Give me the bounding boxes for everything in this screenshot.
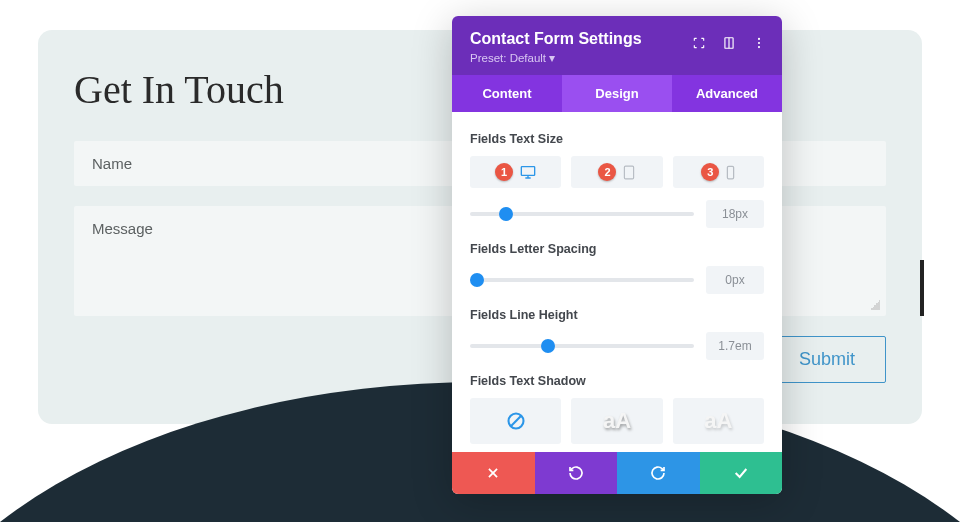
responsive-device-row: 1 2 3 bbox=[470, 156, 764, 188]
phone-icon bbox=[726, 165, 735, 180]
panel-body: Fields Text Size 1 2 3 18px Fields Lett bbox=[452, 112, 782, 452]
check-icon bbox=[733, 465, 749, 481]
tab-content[interactable]: Content bbox=[452, 75, 562, 112]
callout-badge-3: 3 bbox=[701, 163, 719, 181]
svg-rect-8 bbox=[625, 166, 634, 179]
shadow-preset-1[interactable]: aA bbox=[571, 398, 662, 444]
shadow-preset-2[interactable]: aA bbox=[673, 398, 764, 444]
submit-button[interactable]: Submit bbox=[768, 336, 886, 383]
undo-button[interactable] bbox=[535, 452, 618, 494]
svg-point-2 bbox=[758, 38, 760, 40]
letter-spacing-label: Fields Letter Spacing bbox=[470, 242, 764, 256]
callout-badge-1: 1 bbox=[495, 163, 513, 181]
slider-thumb[interactable] bbox=[541, 339, 555, 353]
shadow-none[interactable] bbox=[470, 398, 561, 444]
shadow-sample-text: aA bbox=[603, 408, 631, 434]
tablet-icon bbox=[623, 165, 635, 180]
slider-thumb[interactable] bbox=[499, 207, 513, 221]
line-height-slider[interactable] bbox=[470, 344, 694, 348]
letter-spacing-slider-row: 0px bbox=[470, 266, 764, 294]
more-icon[interactable] bbox=[746, 30, 772, 56]
device-desktop[interactable]: 1 bbox=[470, 156, 561, 188]
drag-icon[interactable] bbox=[716, 30, 742, 56]
slider-thumb[interactable] bbox=[470, 273, 484, 287]
desktop-icon bbox=[520, 165, 536, 179]
panel-tabs: Content Design Advanced bbox=[452, 75, 782, 112]
expand-icon[interactable] bbox=[686, 30, 712, 56]
text-size-label: Fields Text Size bbox=[470, 132, 764, 146]
panel-footer bbox=[452, 452, 782, 494]
scrollbar-indicator bbox=[920, 260, 924, 316]
redo-icon bbox=[650, 465, 666, 481]
letter-spacing-slider[interactable] bbox=[470, 278, 694, 282]
letter-spacing-value[interactable]: 0px bbox=[706, 266, 764, 294]
text-size-slider-row: 18px bbox=[470, 200, 764, 228]
line-height-value[interactable]: 1.7em bbox=[706, 332, 764, 360]
line-height-label: Fields Line Height bbox=[470, 308, 764, 322]
cancel-button[interactable] bbox=[452, 452, 535, 494]
svg-rect-5 bbox=[521, 167, 534, 176]
callout-badge-2: 2 bbox=[598, 163, 616, 181]
line-height-slider-row: 1.7em bbox=[470, 332, 764, 360]
panel-header: Contact Form Settings Preset: Default ▾ bbox=[452, 16, 782, 75]
tab-design[interactable]: Design bbox=[562, 75, 672, 112]
svg-rect-9 bbox=[728, 166, 734, 179]
text-size-slider[interactable] bbox=[470, 212, 694, 216]
close-icon bbox=[486, 466, 500, 480]
save-button[interactable] bbox=[700, 452, 783, 494]
svg-point-4 bbox=[758, 46, 760, 48]
device-phone[interactable]: 3 bbox=[673, 156, 764, 188]
text-shadow-options: aA aA bbox=[470, 398, 764, 444]
text-size-value[interactable]: 18px bbox=[706, 200, 764, 228]
redo-button[interactable] bbox=[617, 452, 700, 494]
svg-point-3 bbox=[758, 42, 760, 44]
none-icon bbox=[506, 411, 526, 431]
svg-line-11 bbox=[510, 416, 521, 427]
device-tablet[interactable]: 2 bbox=[571, 156, 662, 188]
message-placeholder: Message bbox=[92, 220, 153, 237]
undo-icon bbox=[568, 465, 584, 481]
text-shadow-label: Fields Text Shadow bbox=[470, 374, 764, 388]
name-placeholder: Name bbox=[92, 155, 132, 172]
shadow-sample-text: aA bbox=[704, 408, 732, 434]
settings-panel: Contact Form Settings Preset: Default ▾ … bbox=[452, 16, 782, 494]
tab-advanced[interactable]: Advanced bbox=[672, 75, 782, 112]
